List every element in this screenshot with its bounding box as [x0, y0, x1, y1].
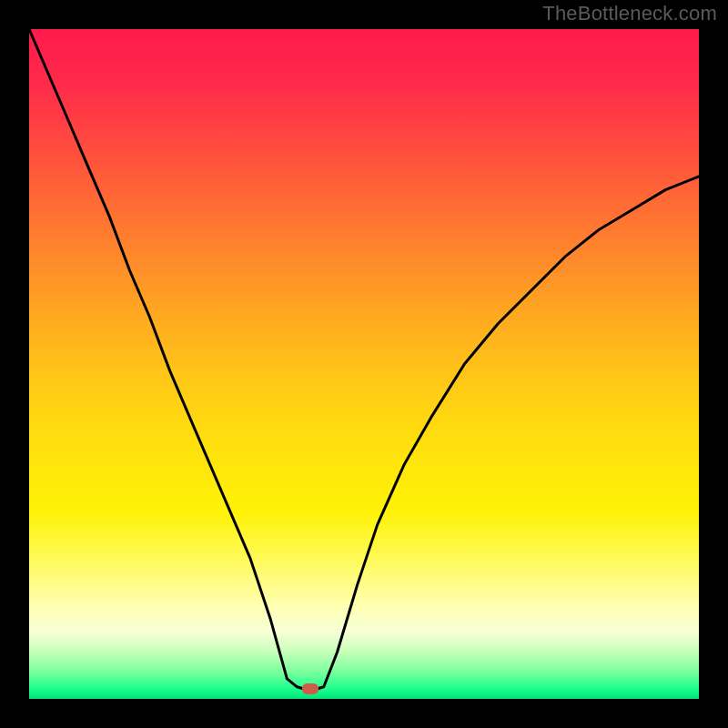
chart-frame: TheBottleneck.com	[0, 0, 728, 728]
watermark-text: TheBottleneck.com	[542, 2, 717, 25]
optimum-marker-icon	[302, 683, 318, 694]
plot-area	[29, 29, 699, 699]
bottleneck-curve	[29, 29, 699, 699]
curve-line	[29, 29, 699, 689]
